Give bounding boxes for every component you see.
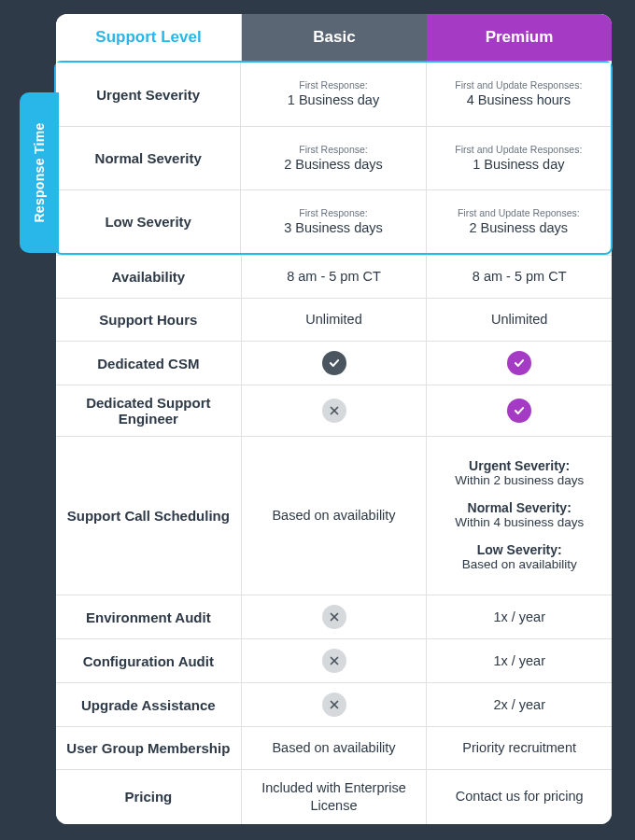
scheduling-entry: Low Severity: Based on availability	[462, 542, 577, 573]
check-icon	[322, 351, 346, 375]
support-comparison-table: Response Time Support Level Basic Premiu…	[56, 14, 612, 824]
table-row: Environment Audit 1x / year	[56, 595, 612, 638]
basic-cell	[241, 342, 427, 385]
value: 1 Business day	[288, 91, 379, 109]
basic-cell: First Response: 2 Business days	[240, 127, 425, 189]
value: 4 Business hours	[467, 91, 571, 109]
row-label: Environment Audit	[56, 595, 241, 638]
response-time-group: Urgent Severity First Response: 1 Busine…	[54, 61, 613, 255]
basic-cell: Included with Enterprise License	[241, 770, 427, 824]
header-premium: Premium	[427, 14, 612, 61]
premium-cell: Unlimited	[426, 299, 612, 341]
row-label: Support Call Scheduling	[56, 437, 241, 595]
row-label: Availability	[56, 256, 241, 298]
basic-cell: Unlimited	[241, 299, 427, 341]
premium-cell: First and Update Responses: 1 Business d…	[426, 127, 611, 189]
header-basic: Basic	[242, 14, 427, 61]
table-row: Pricing Included with Enterprise License…	[56, 769, 612, 824]
row-label: Urgent Severity	[56, 63, 240, 126]
cross-icon	[322, 693, 346, 717]
row-label: User Group Membership	[56, 727, 241, 769]
premium-cell	[426, 385, 612, 436]
premium-cell: 8 am - 5 pm CT	[426, 256, 612, 298]
sched-sub: Based on availability	[462, 557, 577, 573]
caption: First Response:	[299, 207, 368, 218]
row-label: Upgrade Assistance	[56, 683, 241, 726]
table-header-row: Support Level Basic Premium	[56, 14, 612, 61]
value: 3 Business days	[284, 219, 383, 237]
table-row: Upgrade Assistance 2x / year	[56, 682, 612, 726]
table-row: Urgent Severity First Response: 1 Busine…	[56, 63, 611, 126]
row-label: Low Severity	[56, 190, 240, 253]
value: 2 Business days	[284, 156, 383, 174]
caption: First and Update Responses:	[455, 144, 582, 155]
basic-cell	[241, 639, 427, 682]
value: 1 Business day	[473, 156, 564, 174]
premium-cell: Contact us for pricing	[426, 770, 612, 824]
basic-cell: Based on availability	[241, 437, 427, 595]
premium-cell: 1x / year	[426, 639, 612, 682]
table-row: Dedicated Support Engineer	[56, 385, 612, 436]
table-row: Support Hours Unlimited Unlimited	[56, 298, 612, 341]
sched-sub: Within 2 business days	[455, 473, 584, 489]
row-label: Dedicated Support Engineer	[56, 385, 241, 436]
sched-title: Urgent Severity:	[455, 458, 584, 473]
value: 2 Business days	[470, 219, 569, 237]
premium-cell: First and Update Reponses: 2 Business da…	[426, 190, 611, 253]
table-row: Low Severity First Response: 3 Business …	[56, 189, 611, 253]
side-tab-label: Response Time	[32, 122, 47, 222]
caption: First and Update Responses:	[455, 79, 582, 91]
sched-title: Normal Severity:	[455, 500, 584, 515]
basic-cell	[241, 385, 427, 436]
row-label: Pricing	[56, 770, 241, 824]
table-row: User Group Membership Based on availabil…	[56, 726, 612, 769]
premium-cell: Priority recruitment	[426, 727, 612, 769]
premium-cell: 2x / year	[426, 683, 612, 726]
basic-cell: Based on availability	[241, 727, 427, 769]
table-row: Configuration Audit 1x / year	[56, 638, 612, 682]
basic-cell	[241, 683, 427, 726]
basic-cell	[241, 595, 427, 638]
basic-cell: First Response: 3 Business days	[240, 190, 425, 253]
premium-cell: 1x / year	[426, 595, 612, 638]
scheduling-entry: Normal Severity: Within 4 business days	[455, 500, 584, 531]
cross-icon	[322, 649, 346, 673]
check-icon	[507, 351, 531, 375]
basic-cell: First Response: 1 Business day	[240, 63, 425, 126]
premium-cell	[426, 342, 612, 385]
table-row: Normal Severity First Response: 2 Busine…	[56, 126, 611, 189]
check-icon	[507, 399, 531, 423]
scheduling-entry: Urgent Severity: Within 2 business days	[455, 458, 584, 489]
header-support-level: Support Level	[56, 14, 242, 61]
sched-sub: Within 4 business days	[455, 515, 584, 531]
caption: First Response:	[299, 79, 368, 91]
table-row: Availability 8 am - 5 pm CT 8 am - 5 pm …	[56, 255, 612, 298]
caption: First and Update Reponses:	[458, 207, 580, 218]
premium-cell: First and Update Responses: 4 Business h…	[426, 63, 611, 126]
response-time-side-tab: Response Time	[20, 92, 59, 253]
table-row: Support Call Scheduling Based on availab…	[56, 436, 612, 595]
table-row: Dedicated CSM	[56, 341, 612, 385]
cross-icon	[322, 605, 346, 629]
cross-icon	[322, 399, 346, 423]
caption: First Response:	[299, 144, 368, 155]
row-label: Normal Severity	[56, 127, 240, 189]
row-label: Configuration Audit	[56, 639, 241, 682]
premium-cell: Urgent Severity: Within 2 business days …	[426, 437, 612, 595]
row-label: Dedicated CSM	[56, 342, 241, 385]
sched-title: Low Severity:	[462, 542, 577, 557]
row-label: Support Hours	[56, 299, 241, 341]
basic-cell: 8 am - 5 pm CT	[241, 256, 427, 298]
feature-rows: Availability 8 am - 5 pm CT 8 am - 5 pm …	[56, 255, 612, 824]
